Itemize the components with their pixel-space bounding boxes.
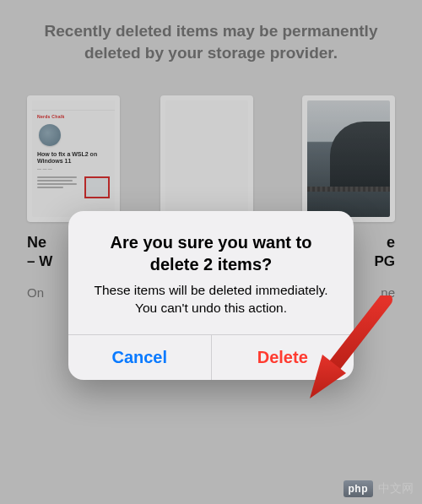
delete-button[interactable]: Delete <box>211 335 354 380</box>
watermark: php 中文网 <box>344 480 414 497</box>
cancel-button[interactable]: Cancel <box>68 335 211 380</box>
confirm-dialog: Are you sure you want to delete 2 items?… <box>68 211 354 380</box>
dialog-message: These items will be deleted immediately.… <box>85 282 337 317</box>
watermark-text: 中文网 <box>378 481 414 496</box>
dialog-title: Are you sure you want to delete 2 items? <box>85 231 337 275</box>
dialog-button-row: Cancel Delete <box>68 334 354 380</box>
watermark-badge: php <box>344 480 374 497</box>
